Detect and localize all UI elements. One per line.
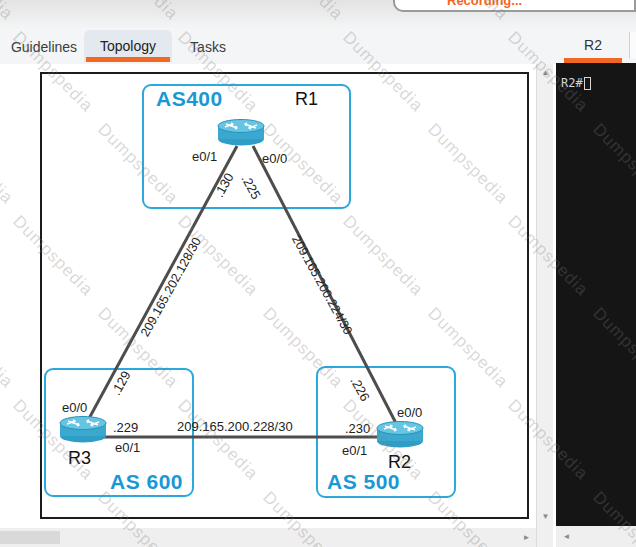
tab-terminal-r2[interactable]: R2 [566, 32, 620, 58]
scroll-up-icon[interactable]: ▲ [537, 68, 554, 77]
app-window: Guidelines Topology Tasks AS400 R1 AS 60… [0, 0, 636, 547]
router-icon-r2[interactable] [376, 419, 424, 449]
r2-e01-label: e0/1 [342, 443, 367, 458]
terminal-prompt[interactable]: R2# [561, 76, 591, 90]
r3-label: R3 [68, 448, 91, 469]
r1-e00-label: e0/0 [262, 151, 287, 166]
scroll-left-icon[interactable]: ◄ [558, 532, 575, 541]
terminal-prompt-text: R2# [561, 76, 583, 90]
router-icon-r3[interactable] [59, 414, 107, 444]
r1-label: R1 [295, 89, 318, 110]
horizontal-scrollbar-thumb[interactable] [0, 531, 60, 544]
scroll-down-icon[interactable]: ▼ [537, 512, 554, 521]
tab-partial[interactable] [629, 32, 636, 58]
recording-label: Recording... [447, 0, 522, 8]
recording-popup: Recording... [393, 0, 636, 12]
r3-e00-label: e0/0 [62, 400, 87, 415]
addr-229: .229 [113, 420, 138, 435]
r3-e01-label: e0/1 [115, 440, 140, 455]
vertical-scrollbar[interactable]: ▲ ▼ [536, 64, 553, 547]
as400-label: AS400 [156, 87, 223, 111]
router-icon-r1[interactable] [217, 117, 265, 147]
tab-guidelines[interactable]: Guidelines [8, 32, 80, 62]
terminal-cursor [584, 77, 591, 90]
addr-230: .230 [345, 421, 370, 436]
r2-label: R2 [388, 452, 411, 473]
terminal-horizontal-scrollbar[interactable]: ◄ [556, 526, 636, 547]
r1-e01-label: e0/1 [192, 149, 217, 164]
tab-tasks[interactable]: Tasks [181, 32, 235, 62]
terminal-screen[interactable] [556, 63, 636, 526]
scroll-right-icon[interactable]: ► [518, 533, 535, 542]
active-tab-underline [86, 57, 170, 62]
horizontal-scrollbar[interactable] [0, 528, 536, 547]
as500-label: AS 500 [327, 470, 400, 494]
subnet-r3-r2: 209.165.200.228/30 [177, 419, 293, 434]
as600-label: AS 600 [110, 470, 183, 494]
r2-e00-label: e0/0 [397, 405, 422, 420]
